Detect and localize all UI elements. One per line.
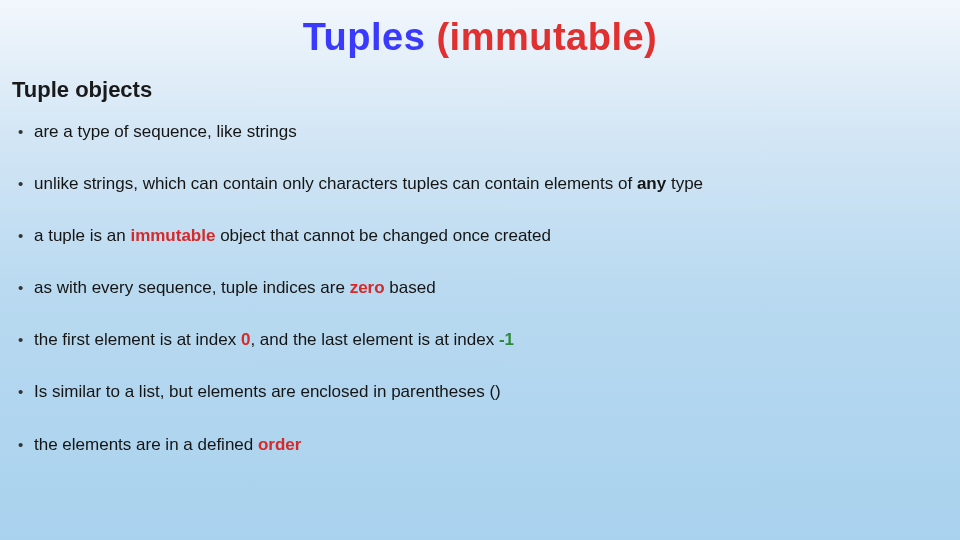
bullet-text: unlike strings, which can contain only c… <box>34 174 637 193</box>
bullet-text: type <box>666 174 703 193</box>
bullet-text: zero <box>350 278 385 297</box>
bullet-text: Is similar to a list, but elements are e… <box>34 382 501 401</box>
bullet-item: Is similar to a list, but elements are e… <box>16 381 944 403</box>
bullet-text: the elements are in a defined <box>34 435 258 454</box>
bullet-item: the elements are in a defined order <box>16 434 944 456</box>
slide-title: Tuples (immutable) <box>10 16 950 59</box>
bullet-text: object that cannot be changed once creat… <box>215 226 551 245</box>
slide-subheading: Tuple objects <box>12 77 950 103</box>
bullet-text: the first element is at index <box>34 330 241 349</box>
bullet-text: based <box>385 278 436 297</box>
bullet-text: -1 <box>499 330 514 349</box>
bullet-item: the first element is at index 0, and the… <box>16 329 944 351</box>
bullet-item: a tuple is an immutable object that cann… <box>16 225 944 247</box>
bullet-item: as with every sequence, tuple indices ar… <box>16 277 944 299</box>
bullet-text: are a type of sequence, like strings <box>34 122 297 141</box>
bullet-text: 0 <box>241 330 250 349</box>
bullet-text: any <box>637 174 666 193</box>
bullet-text: , and the last element is at index <box>250 330 499 349</box>
title-paren: (immutable) <box>436 16 657 58</box>
bullet-text: order <box>258 435 301 454</box>
bullet-item: unlike strings, which can contain only c… <box>16 173 944 195</box>
bullet-item: are a type of sequence, like strings <box>16 121 944 143</box>
bullet-text: a tuple is an <box>34 226 130 245</box>
bullet-list: are a type of sequence, like stringsunli… <box>10 121 950 456</box>
bullet-text: immutable <box>130 226 215 245</box>
bullet-text: as with every sequence, tuple indices ar… <box>34 278 350 297</box>
title-main: Tuples <box>303 16 437 58</box>
